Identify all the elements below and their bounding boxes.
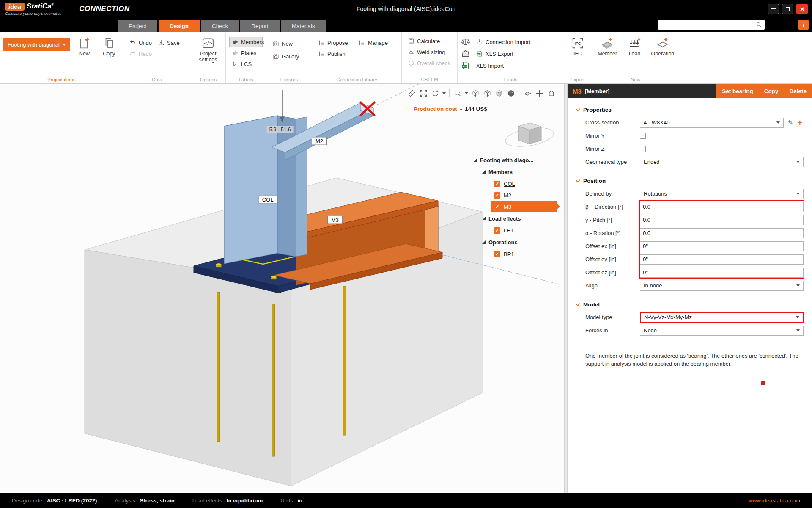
propose-button[interactable]: Propose: [315, 38, 356, 48]
gamma-pitch-input[interactable]: [640, 215, 804, 225]
3d-scene[interactable]: [0, 84, 564, 493]
status-design-code: Design code:AISC - LRFD (2022): [12, 497, 97, 504]
tab-design[interactable]: Design: [159, 20, 200, 32]
tree-item-bp1[interactable]: ✓BP1: [491, 248, 557, 260]
dimension-tool-button[interactable]: [406, 88, 417, 98]
chevron-down-icon[interactable]: [465, 92, 468, 94]
labels-members-toggle[interactable]: Members: [229, 37, 263, 47]
labels-lcs-toggle[interactable]: LCS: [229, 59, 263, 69]
chevron-down-icon[interactable]: [442, 92, 446, 94]
new-load-button[interactable]: Load: [623, 35, 646, 57]
tree-item-m3[interactable]: ✓M3: [491, 201, 557, 212]
close-button[interactable]: [796, 4, 808, 14]
shaded-cube-icon: [495, 89, 503, 97]
label-m3[interactable]: M3: [327, 216, 343, 224]
calculate-button[interactable]: Calculate: [405, 36, 454, 46]
tree-item-m2[interactable]: ✓M2: [491, 190, 557, 201]
ifc-export-button[interactable]: IFC: [568, 35, 588, 57]
redo-button[interactable]: Redo: [127, 49, 187, 59]
copy-member-button[interactable]: Copy: [759, 84, 784, 98]
chevron-down-icon: [796, 161, 800, 163]
checkbox-checked-icon[interactable]: ✓: [494, 181, 500, 187]
label-m2[interactable]: M2: [312, 137, 327, 145]
search-input[interactable]: [658, 20, 756, 30]
rotate-view-button[interactable]: [430, 88, 441, 98]
mirror-z-checkbox[interactable]: [640, 146, 646, 152]
edit-cross-section-icon[interactable]: ✎: [788, 119, 793, 127]
website-link[interactable]: www.ideastatica.com: [749, 497, 800, 504]
minimize-button[interactable]: [768, 4, 779, 14]
align-select[interactable]: In node: [640, 281, 804, 291]
mirror-y-checkbox[interactable]: [640, 133, 646, 139]
labels-plates-toggle[interactable]: Plates: [229, 48, 263, 58]
alpha-rotation-input[interactable]: [640, 228, 804, 238]
hidden-line-mode-button[interactable]: [482, 88, 493, 98]
save-button[interactable]: Save: [155, 38, 182, 48]
tree-section-members[interactable]: Members: [474, 166, 563, 178]
project-item-select[interactable]: Footing with diagonal: [3, 38, 70, 51]
zoom-fit-button[interactable]: [418, 88, 429, 98]
checkbox-checked-icon[interactable]: ✓: [494, 204, 500, 210]
new-operation-button[interactable]: Operation: [649, 35, 676, 57]
rotate-icon: [431, 89, 439, 97]
new-project-item-button[interactable]: New: [74, 35, 95, 57]
tab-check[interactable]: Check: [201, 20, 239, 32]
defined-by-select[interactable]: Rotations: [640, 189, 804, 199]
beta-direction-input[interactable]: [640, 202, 804, 212]
new-picture-button[interactable]: New: [270, 39, 308, 49]
wireframe-mode-button[interactable]: [470, 88, 481, 98]
tab-project[interactable]: Project: [118, 20, 157, 32]
forces-in-select[interactable]: Node: [640, 326, 804, 336]
workplane-button[interactable]: [522, 88, 533, 98]
offset-ex-input[interactable]: [640, 241, 804, 251]
geometrical-type-select[interactable]: Ended: [640, 157, 804, 167]
checkbox-checked-icon[interactable]: ✓: [494, 251, 500, 257]
delete-member-button[interactable]: Delete: [784, 84, 812, 98]
panel-splitter[interactable]: [564, 84, 568, 493]
pan-axes-button[interactable]: [534, 88, 545, 98]
check-circle-icon: [408, 60, 414, 66]
cross-section-select[interactable]: 4 - W8X40: [640, 118, 784, 128]
xls-export-button[interactable]: XLS Export: [476, 48, 560, 60]
info-button[interactable]: i: [798, 20, 809, 30]
checkbox-checked-icon[interactable]: ✓: [494, 192, 500, 199]
section-properties[interactable]: Properties: [576, 103, 812, 116]
tree-section-load-effects[interactable]: Load effects: [474, 213, 563, 224]
section-model[interactable]: Model: [576, 298, 812, 311]
manage-button[interactable]: Manage: [356, 38, 397, 48]
offset-ey-input[interactable]: [640, 254, 804, 265]
section-position[interactable]: Position: [576, 174, 812, 187]
shaded-mode-button[interactable]: [494, 88, 505, 98]
tree-root[interactable]: Footing with diago...: [474, 154, 563, 166]
new-member-button[interactable]: Member: [595, 35, 620, 57]
section-tool-button[interactable]: [452, 88, 463, 98]
app-logo: idea StatiCa® Calculate yesterday's esti…: [0, 2, 61, 16]
model-type-select[interactable]: N-Vy-Vz-Mx-My-Mz: [640, 312, 804, 323]
add-cross-section-icon[interactable]: +: [798, 119, 803, 127]
publish-button[interactable]: Publish: [315, 49, 356, 59]
connection-import-button[interactable]: Connection Import: [476, 36, 560, 48]
wireframe-cube-icon: [472, 89, 480, 97]
project-settings-button[interactable]: Projectsettings: [195, 35, 222, 63]
nav-cube[interactable]: [504, 123, 555, 150]
xls-import-button[interactable]: XLS Import: [476, 60, 560, 72]
tree-section-operations[interactable]: Operations: [474, 236, 563, 248]
tab-report[interactable]: Report: [240, 20, 280, 32]
gallery-button[interactable]: Gallery: [270, 51, 308, 61]
label-col[interactable]: COL: [258, 196, 277, 204]
weld-sizing-button[interactable]: Weld sizing: [405, 47, 454, 57]
3d-viewport[interactable]: Production cost - 144 US$ COL M2 M3 5.9,…: [0, 84, 564, 493]
home-view-button[interactable]: [546, 88, 557, 98]
tab-materials[interactable]: Materials: [281, 20, 326, 32]
undo-button[interactable]: Undo: [127, 38, 154, 48]
maximize-button[interactable]: [782, 4, 793, 14]
solid-mode-button[interactable]: [505, 88, 516, 98]
copy-project-item-button[interactable]: Copy: [99, 35, 120, 57]
overall-check-button[interactable]: Overall check: [405, 58, 454, 68]
search-icon: [756, 22, 762, 28]
checkbox-checked-icon[interactable]: ✓: [494, 227, 500, 234]
tree-item-col[interactable]: ✓COL: [491, 178, 557, 189]
tree-item-le1[interactable]: ✓LE1: [491, 225, 557, 236]
offset-ez-input[interactable]: [640, 268, 804, 278]
set-bearing-button[interactable]: Set bearing: [716, 84, 759, 98]
